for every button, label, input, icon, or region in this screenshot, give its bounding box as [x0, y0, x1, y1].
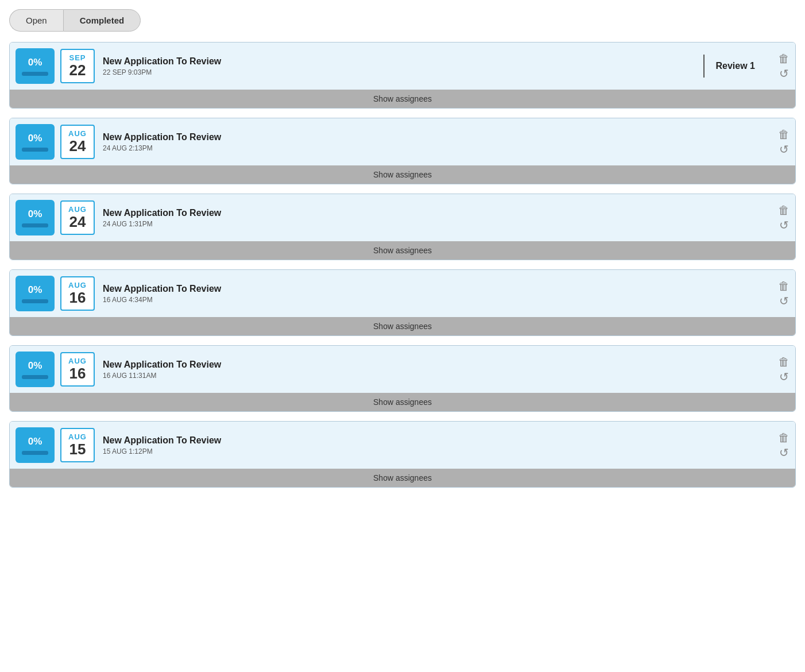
- task-title: New Application To Review: [103, 435, 772, 446]
- task-datetime: 15 AUG 1:12PM: [103, 447, 772, 455]
- task-info: New Application To Review15 AUG 1:12PM: [103, 435, 772, 455]
- task-info: New Application To Review22 SEP 9:03PM: [103, 56, 692, 76]
- progress-block: 0%: [16, 352, 55, 387]
- progress-block: 0%: [16, 124, 55, 160]
- progress-block: 0%: [16, 427, 55, 463]
- date-month: SEP: [69, 53, 86, 62]
- tab-open[interactable]: Open: [9, 9, 63, 32]
- date-month: AUG: [68, 205, 87, 214]
- task-list: 0%SEP22New Application To Review22 SEP 9…: [9, 42, 796, 488]
- task-card: 0%AUG16New Application To Review16 AUG 4…: [9, 269, 796, 336]
- undo-icon[interactable]: ↺: [779, 68, 789, 79]
- review-label: Review 1: [716, 61, 755, 71]
- task-card: 0%AUG16New Application To Review16 AUG 1…: [9, 345, 796, 412]
- tab-completed[interactable]: Completed: [63, 9, 141, 32]
- task-info: New Application To Review24 AUG 1:31PM: [103, 208, 772, 228]
- task-datetime: 16 AUG 11:31AM: [103, 372, 772, 380]
- progress-percent: 0%: [28, 57, 42, 68]
- task-actions: 🗑↺: [778, 129, 789, 155]
- task-title: New Application To Review: [103, 208, 772, 218]
- task-title: New Application To Review: [103, 360, 772, 370]
- task-actions: 🗑↺: [778, 204, 789, 231]
- task-info: New Application To Review16 AUG 11:31AM: [103, 360, 772, 380]
- task-card: 0%AUG24New Application To Review24 AUG 1…: [9, 194, 796, 260]
- task-main-row: 0%AUG16New Application To Review16 AUG 4…: [10, 270, 795, 317]
- delete-icon[interactable]: 🗑: [778, 204, 789, 216]
- task-main-row: 0%SEP22New Application To Review22 SEP 9…: [10, 43, 795, 90]
- date-day: 15: [69, 441, 86, 458]
- undo-icon[interactable]: ↺: [779, 371, 789, 383]
- delete-icon[interactable]: 🗑: [778, 53, 789, 64]
- show-assignees-bar[interactable]: Show assignees: [10, 241, 795, 260]
- progress-block: 0%: [16, 200, 55, 235]
- progress-bar-bg: [22, 451, 48, 455]
- undo-icon[interactable]: ↺: [779, 447, 789, 458]
- progress-bar-bg: [22, 299, 48, 303]
- show-assignees-bar[interactable]: Show assignees: [10, 393, 795, 411]
- progress-bar-bg: [22, 223, 48, 227]
- progress-percent: 0%: [28, 133, 42, 144]
- date-month: AUG: [68, 281, 87, 289]
- date-block: AUG15: [60, 428, 95, 462]
- date-day: 24: [69, 138, 86, 155]
- show-assignees-bar[interactable]: Show assignees: [10, 165, 795, 184]
- progress-block: 0%: [16, 276, 55, 311]
- progress-percent: 0%: [28, 436, 42, 447]
- undo-icon[interactable]: ↺: [779, 219, 789, 231]
- date-month: AUG: [68, 432, 87, 441]
- date-block: AUG24: [60, 125, 95, 159]
- task-title: New Application To Review: [103, 56, 692, 67]
- progress-bar-bg: [22, 375, 48, 379]
- delete-icon[interactable]: 🗑: [778, 129, 789, 140]
- show-assignees-bar[interactable]: Show assignees: [10, 90, 795, 108]
- delete-icon[interactable]: 🗑: [778, 280, 789, 292]
- task-actions: 🗑↺: [778, 280, 789, 307]
- task-main-row: 0%AUG24New Application To Review24 AUG 1…: [10, 194, 795, 241]
- task-main-row: 0%AUG16New Application To Review16 AUG 1…: [10, 346, 795, 393]
- undo-icon[interactable]: ↺: [779, 295, 789, 307]
- show-assignees-bar[interactable]: Show assignees: [10, 469, 795, 487]
- progress-bar-bg: [22, 148, 48, 152]
- date-month: AUG: [68, 357, 87, 365]
- task-actions: 🗑↺: [778, 356, 789, 383]
- date-block: SEP22: [60, 49, 95, 83]
- task-info: New Application To Review16 AUG 4:34PM: [103, 284, 772, 304]
- task-card: 0%AUG15New Application To Review15 AUG 1…: [9, 421, 796, 488]
- task-main-row: 0%AUG24New Application To Review24 AUG 2…: [10, 118, 795, 165]
- task-actions: 🗑↺: [778, 53, 789, 79]
- task-title: New Application To Review: [103, 284, 772, 294]
- progress-bar-bg: [22, 72, 48, 76]
- progress-percent: 0%: [28, 208, 42, 220]
- task-info: New Application To Review24 AUG 2:13PM: [103, 132, 772, 152]
- progress-percent: 0%: [28, 284, 42, 296]
- date-day: 22: [69, 62, 86, 79]
- task-datetime: 24 AUG 2:13PM: [103, 144, 772, 152]
- delete-icon[interactable]: 🗑: [778, 356, 789, 368]
- date-block: AUG16: [60, 276, 95, 311]
- task-datetime: 22 SEP 9:03PM: [103, 68, 692, 76]
- date-block: AUG16: [60, 352, 95, 387]
- date-block: AUG24: [60, 200, 95, 235]
- date-day: 16: [69, 289, 86, 306]
- task-divider: [703, 55, 705, 78]
- task-actions: 🗑↺: [778, 432, 789, 458]
- progress-block: 0%: [16, 48, 55, 84]
- task-title: New Application To Review: [103, 132, 772, 142]
- task-card: 0%SEP22New Application To Review22 SEP 9…: [9, 42, 796, 109]
- show-assignees-bar[interactable]: Show assignees: [10, 317, 795, 335]
- date-month: AUG: [68, 129, 87, 138]
- progress-percent: 0%: [28, 360, 42, 372]
- task-datetime: 24 AUG 1:31PM: [103, 220, 772, 228]
- toggle-bar: OpenCompleted: [9, 9, 796, 32]
- undo-icon[interactable]: ↺: [779, 144, 789, 155]
- date-day: 24: [69, 214, 86, 230]
- date-day: 16: [69, 365, 86, 382]
- task-card: 0%AUG24New Application To Review24 AUG 2…: [9, 118, 796, 184]
- task-main-row: 0%AUG15New Application To Review15 AUG 1…: [10, 422, 795, 469]
- task-datetime: 16 AUG 4:34PM: [103, 296, 772, 304]
- delete-icon[interactable]: 🗑: [778, 432, 789, 443]
